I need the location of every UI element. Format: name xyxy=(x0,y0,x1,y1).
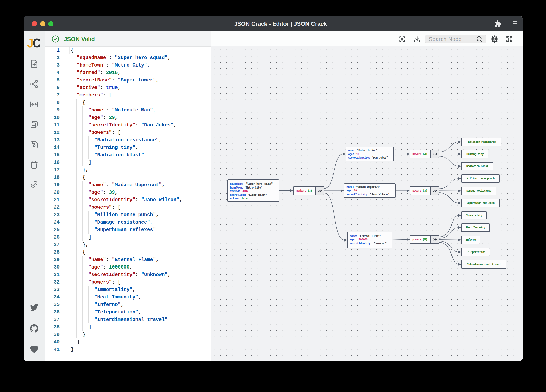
svg-text:secretBase: "Super tower": secretBase: "Super tower" xyxy=(230,193,266,197)
svg-text:Heat Immunity: Heat Immunity xyxy=(466,226,485,229)
svg-text:powers (5): powers (5) xyxy=(412,238,427,241)
svg-text:secretIdentity: "Jane Wilson": secretIdentity: "Jane Wilson" xyxy=(346,193,389,196)
svg-text:age: 39: age: 39 xyxy=(346,189,357,192)
svg-text:Radiation resistance: Radiation resistance xyxy=(467,140,496,144)
svg-text:squadName: "Super hero squad": squadName: "Super hero squad" xyxy=(230,182,272,186)
svg-text:Million tonne punch: Million tonne punch xyxy=(467,177,495,180)
svg-text:Turning tiny: Turning tiny xyxy=(466,152,484,156)
svg-text:age: 1000000: age: 1000000 xyxy=(350,238,368,241)
svg-text:Interdimensional travel: Interdimensional travel xyxy=(467,263,501,266)
svg-text:formed: 2016: formed: 2016 xyxy=(230,190,248,193)
svg-text:name: "Madame Uppercut": name: "Madame Uppercut" xyxy=(346,185,380,189)
svg-text:Radiation blast: Radiation blast xyxy=(466,164,488,168)
svg-text:homeTown: "Metro City": homeTown: "Metro City" xyxy=(230,186,262,189)
svg-text:secretIdentity: "Unknown": secretIdentity: "Unknown" xyxy=(350,242,386,245)
svg-text:active: true: active: true xyxy=(230,197,248,200)
svg-text:powers (3): powers (3) xyxy=(412,189,427,192)
svg-text:Inferno: Inferno xyxy=(466,238,476,241)
svg-text:Damage resistance: Damage resistance xyxy=(466,189,492,192)
svg-text:powers (3): powers (3) xyxy=(412,152,427,156)
svg-text:name: "Eternal Flame": name: "Eternal Flame" xyxy=(350,234,381,238)
svg-text:secretIdentity: "Dan Jukes": secretIdentity: "Dan Jukes" xyxy=(348,156,388,159)
svg-text:Superhuman reflexes: Superhuman reflexes xyxy=(467,201,495,205)
svg-text:name: "Molecule Man": name: "Molecule Man" xyxy=(348,149,377,152)
svg-text:age: 29: age: 29 xyxy=(348,152,358,156)
svg-text:members (3): members (3) xyxy=(296,189,312,192)
svg-text:Immortality: Immortality xyxy=(466,214,482,217)
svg-text:Teleportation: Teleportation xyxy=(466,250,485,254)
